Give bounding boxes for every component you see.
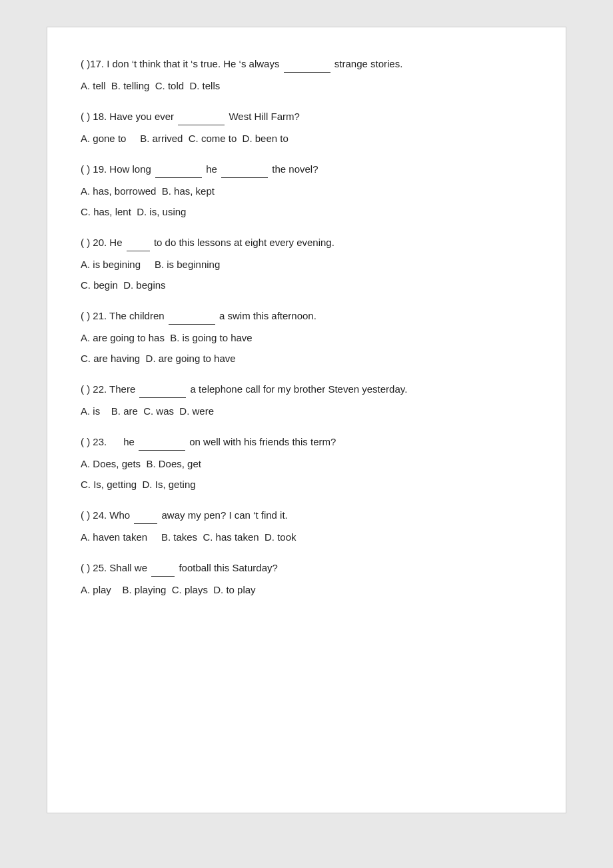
q20-options-b: C. begin D. begins bbox=[81, 276, 532, 294]
q22-blank bbox=[139, 379, 186, 398]
q20-end: to do this lessons at eight every evenin… bbox=[154, 237, 334, 248]
q18-blank bbox=[178, 107, 225, 125]
question-22: ( ) 22. There a telephone call for my br… bbox=[81, 379, 532, 420]
q19-end: the novel? bbox=[272, 163, 318, 175]
q21-blank bbox=[169, 306, 215, 325]
q23-number: ( ) 23. he bbox=[81, 436, 135, 447]
q21-options-b: C. are having D. are going to have bbox=[81, 349, 532, 367]
q17-end: strange stories. bbox=[334, 58, 403, 69]
question-20: ( ) 20. He to do this lessons at eight e… bbox=[81, 233, 532, 294]
q17-options: A. tell B. telling C. told D. tells bbox=[81, 77, 532, 95]
question-19: ( ) 19. How long he the novel? A. has, b… bbox=[81, 159, 532, 221]
question-24-text: ( ) 24. Who away my pen? I can ‘t find i… bbox=[81, 505, 532, 524]
question-18: ( ) 18. Have you ever West Hill Farm? A.… bbox=[81, 107, 532, 147]
q19-blank2 bbox=[221, 159, 268, 178]
question-23: ( ) 23. he on well with his friends this… bbox=[81, 432, 532, 493]
q19-number: ( ) 19. How long bbox=[81, 163, 151, 175]
q25-options: A. play B. playing C. plays D. to play bbox=[81, 581, 532, 599]
question-20-text: ( ) 20. He to do this lessons at eight e… bbox=[81, 233, 532, 251]
q17-number: ( )17. I don ‘t think that it ‘s true. H… bbox=[81, 58, 279, 69]
question-23-text: ( ) 23. he on well with his friends this… bbox=[81, 432, 532, 451]
question-25: ( ) 25. Shall we football this Saturday?… bbox=[81, 558, 532, 599]
q19-mid: he bbox=[206, 163, 217, 175]
q20-number: ( ) 20. He bbox=[81, 237, 123, 248]
q23-options-a: A. Does, gets B. Does, get bbox=[81, 455, 532, 473]
page-container: ( )17. I don ‘t think that it ‘s true. H… bbox=[47, 27, 566, 813]
q25-end: football this Saturday? bbox=[179, 562, 277, 573]
q19-blank1 bbox=[155, 159, 202, 178]
q23-blank bbox=[139, 432, 185, 451]
question-17-text: ( )17. I don ‘t think that it ‘s true. H… bbox=[81, 54, 532, 73]
q18-number: ( ) 18. Have you ever bbox=[81, 111, 174, 122]
q22-options: A. is B. are C. was D. were bbox=[81, 402, 532, 420]
q25-number: ( ) 25. Shall we bbox=[81, 562, 147, 573]
q17-blank bbox=[284, 54, 330, 73]
question-21: ( ) 21. The children a swim this afterno… bbox=[81, 306, 532, 367]
q23-options-b: C. Is, getting D. Is, geting bbox=[81, 475, 532, 493]
q24-blank bbox=[134, 505, 157, 524]
q24-end: away my pen? I can ‘t find it. bbox=[162, 509, 288, 521]
q20-blank bbox=[127, 233, 150, 251]
q21-end: a swim this afternoon. bbox=[219, 310, 316, 321]
q22-number: ( ) 22. There bbox=[81, 383, 135, 395]
question-18-text: ( ) 18. Have you ever West Hill Farm? bbox=[81, 107, 532, 125]
q24-options: A. haven taken B. takes C. has taken D. … bbox=[81, 528, 532, 546]
q21-options-a: A. are going to has B. is going to have bbox=[81, 329, 532, 347]
question-19-text: ( ) 19. How long he the novel? bbox=[81, 159, 532, 178]
q21-number: ( ) 21. The children bbox=[81, 310, 165, 321]
q22-end: a telephone call for my brother Steven y… bbox=[191, 383, 408, 395]
question-22-text: ( ) 22. There a telephone call for my br… bbox=[81, 379, 532, 398]
q19-options-b: C. has, lent D. is, using bbox=[81, 203, 532, 221]
question-25-text: ( ) 25. Shall we football this Saturday? bbox=[81, 558, 532, 577]
q25-blank bbox=[151, 558, 175, 577]
q20-options-a: A. is begining B. is beginning bbox=[81, 255, 532, 273]
q19-options-a: A. has, borrowed B. has, kept bbox=[81, 182, 532, 200]
q24-number: ( ) 24. Who bbox=[81, 509, 130, 521]
question-21-text: ( ) 21. The children a swim this afterno… bbox=[81, 306, 532, 325]
q23-end: on well with his friends this term? bbox=[189, 436, 336, 447]
q18-options: A. gone to B. arrived C. come to D. been… bbox=[81, 129, 532, 147]
question-17: ( )17. I don ‘t think that it ‘s true. H… bbox=[81, 54, 532, 95]
q18-end: West Hill Farm? bbox=[229, 111, 299, 122]
question-24: ( ) 24. Who away my pen? I can ‘t find i… bbox=[81, 505, 532, 546]
